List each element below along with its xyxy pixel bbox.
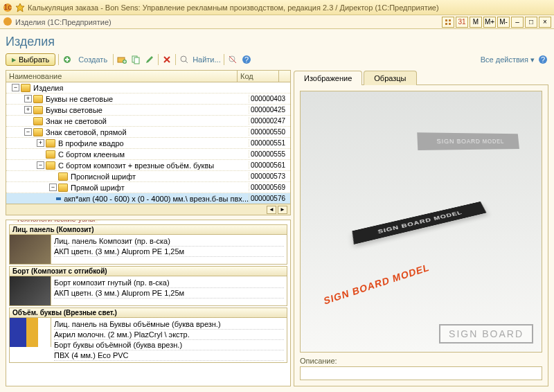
grid-icon[interactable] [442, 17, 454, 28]
tab-image[interactable]: Изображение [294, 71, 362, 85]
tech-line: Лиц. панель на Буквы объёмные (буква вре… [54, 319, 284, 330]
toolbar: Выбрать Создать Найти... ? Все действия … [6, 53, 548, 66]
expand-icon[interactable]: + [37, 139, 44, 147]
preview-image: SIGN BOARD MODEL SIGN BOARD MODEL SIGN B… [300, 91, 542, 353]
svg-rect-4 [445, 19, 447, 21]
items-grid: Наименование Код −Изделия+Буквы не свето… [6, 70, 291, 215]
collapse-icon[interactable]: − [24, 128, 32, 136]
m-button[interactable]: M [470, 17, 482, 28]
delete-icon[interactable] [161, 54, 172, 65]
folder-icon [33, 95, 43, 103]
folder-icon [33, 117, 43, 125]
calendar-icon[interactable]: 31 [456, 17, 468, 28]
separator [113, 54, 114, 65]
all-actions-button[interactable]: Все действия ▾ [481, 55, 535, 64]
tech-info: Лиц. панель Композит (пр. в-ска)АКП цвет… [51, 235, 287, 264]
tree-row[interactable]: акп*акп (400 - 600) x (0 - 4000) мм.\ вр… [6, 193, 290, 204]
page-title: Изделия [6, 35, 548, 49]
expand-icon[interactable]: + [24, 95, 32, 103]
copy-icon[interactable] [130, 54, 141, 65]
tree-row[interactable]: Знак не световой000000247 [6, 116, 290, 127]
tree-row[interactable]: −Знак световой, прямой000000550 [6, 127, 290, 138]
col-header-code[interactable]: Код [238, 71, 279, 82]
tree-row[interactable]: −С бортом композит + врезные объём. букв… [6, 160, 290, 171]
search-icon[interactable] [179, 54, 190, 65]
tech-nodes-section: Технологические узлы Лиц. панель (Композ… [6, 220, 291, 386]
grid-footer: ◄ ► [6, 204, 290, 215]
find-button[interactable]: Найти... [193, 55, 221, 64]
tech-info: Борт композит гнутый (пр. в-ска)АКП цвет… [51, 276, 287, 305]
tree-label: Буквы световые [46, 106, 102, 114]
tabs: Изображение Образцы [294, 70, 548, 84]
all-actions-label: Все действия [481, 55, 528, 64]
tree-label: Прямой шрифт [71, 184, 125, 192]
tree-body[interactable]: −Изделия+Буквы не световые000000403+Букв… [6, 82, 290, 204]
window-icon [3, 17, 12, 28]
tree-label: Знак световой, прямой [46, 128, 127, 136]
folder-icon [33, 106, 43, 114]
folder-icon [46, 150, 55, 159]
folder-icon [46, 161, 55, 170]
tree-row[interactable]: +Буквы световые000000425 [6, 105, 290, 116]
tech-group-header[interactable]: Объём. буквы (Врезные свет.) [9, 308, 287, 318]
scroll-right-button[interactable]: ► [278, 206, 287, 214]
tree-code: 000000403 [249, 95, 290, 103]
preview-box-sign: SIGN BOARD [439, 324, 533, 344]
folder-icon [58, 172, 68, 181]
scroll-left-button[interactable]: ◄ [267, 206, 276, 214]
window-title: Изделия (1С:Предприятие) [15, 18, 111, 26]
folder-icon [33, 128, 43, 136]
help-icon-2[interactable]: ? [537, 54, 548, 65]
new-folder-icon[interactable] [116, 54, 127, 65]
m-minus-button[interactable]: M- [497, 17, 510, 28]
svg-point-3 [3, 17, 12, 26]
tech-group-header[interactable]: Лиц. панель (Композит) [9, 224, 287, 235]
col-header-name[interactable]: Наименование [6, 71, 238, 82]
svg-marker-2 [16, 3, 24, 12]
tree-row[interactable]: −Изделия [6, 82, 290, 93]
tech-line: Акрил молочн. (2 мм.) PlazCryl \ экстр. [54, 330, 284, 340]
select-button[interactable]: Выбрать [6, 53, 55, 66]
minimize-button[interactable]: – [511, 17, 524, 28]
collapse-icon[interactable]: − [12, 84, 19, 91]
collapse-icon[interactable]: − [49, 184, 57, 191]
create-icon[interactable] [62, 54, 73, 65]
separator [224, 54, 224, 65]
tech-group: Объём. буквы (Врезные свет.)Лиц. панель … [9, 308, 287, 363]
separator [175, 54, 176, 65]
svg-rect-12 [134, 57, 139, 64]
m-plus-button[interactable]: M+ [483, 17, 496, 28]
svg-text:?: ? [244, 55, 249, 64]
clear-search-icon[interactable] [227, 54, 238, 65]
tree-code: 000000551 [249, 139, 290, 147]
expand-icon[interactable]: + [24, 106, 32, 114]
tech-line: ПВХ (4 мм.) Eco PVC [54, 350, 284, 361]
tab-samples[interactable]: Образцы [364, 71, 416, 85]
edit-icon[interactable] [144, 54, 155, 65]
folder-icon [58, 184, 68, 192]
tech-group-header[interactable]: Борт (Композит с отгибкой) [9, 266, 287, 276]
tree-row[interactable]: С бортом клееным000000555 [6, 149, 290, 160]
tree-row[interactable]: −Прямой шрифт000000569 [6, 182, 290, 193]
star-icon[interactable] [15, 3, 25, 12]
tree-label: акп*акп (400 - 600) x (0 - 4000) мм.\ вр… [64, 195, 249, 203]
svg-rect-6 [445, 23, 447, 25]
svg-text:?: ? [541, 55, 545, 64]
tech-thumbnail [10, 318, 51, 347]
tree-label: Буквы не световые [46, 95, 113, 103]
tree-row[interactable]: +Буквы не световые000000403 [6, 93, 290, 105]
create-button[interactable]: Создать [75, 54, 110, 65]
separator [58, 54, 59, 65]
help-icon[interactable]: ? [241, 54, 252, 65]
svg-rect-7 [449, 23, 451, 25]
select-button-label: Выбрать [19, 55, 49, 64]
maximize-button[interactable]: □ [525, 17, 537, 28]
tech-info: Лиц. панель на Буквы объёмные (буква вре… [51, 318, 287, 362]
tree-row[interactable]: Прописной шрифт000000573 [6, 171, 290, 182]
description-label: Описание: [300, 357, 542, 365]
collapse-icon[interactable]: − [37, 161, 44, 169]
description-field[interactable] [300, 366, 542, 380]
close-button[interactable]: × [539, 17, 551, 28]
preview-red-sign: SIGN BOARD MODEL [323, 261, 430, 306]
tree-row[interactable]: +В профиле квадро000000551 [6, 138, 290, 149]
